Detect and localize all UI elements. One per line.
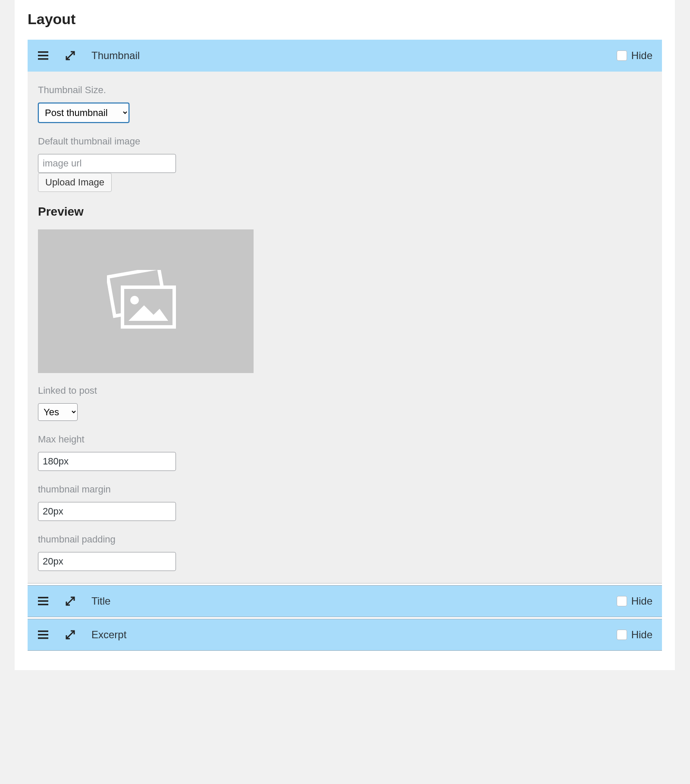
svg-point-6 xyxy=(130,296,139,304)
section-header-excerpt[interactable]: Excerpt Hide xyxy=(28,619,662,651)
hide-checkbox-excerpt[interactable] xyxy=(617,630,627,640)
svg-rect-0 xyxy=(38,51,48,53)
field-linked: Linked to post Yes xyxy=(38,385,652,421)
thumbnail-size-select[interactable]: Post thumbnail xyxy=(38,103,129,123)
field-thumbnail-size: Thumbnail Size. Post thumbnail xyxy=(38,85,652,123)
thumb-margin-label: thumbnail margin xyxy=(38,484,652,495)
max-height-label: Max height xyxy=(38,434,652,445)
section-title-thumbnail: Thumbnail xyxy=(91,50,617,62)
field-thumb-margin: thumbnail margin xyxy=(38,484,652,521)
thumb-padding-input[interactable] xyxy=(38,552,176,571)
svg-rect-5 xyxy=(122,287,174,327)
linked-select[interactable]: Yes xyxy=(38,403,78,421)
hide-label-title: Hide xyxy=(631,595,652,607)
svg-rect-9 xyxy=(38,600,48,602)
hide-checkbox-thumbnail[interactable] xyxy=(617,50,627,61)
svg-line-15 xyxy=(67,631,74,638)
thumbnail-size-label: Thumbnail Size. xyxy=(38,85,652,96)
section-title-excerpt: Excerpt xyxy=(91,629,617,641)
expand-icon[interactable] xyxy=(64,50,76,62)
svg-rect-14 xyxy=(38,637,48,639)
hide-label-thumbnail: Hide xyxy=(631,50,652,62)
field-default-image: Default thumbnail image Upload Image xyxy=(38,136,652,192)
svg-rect-13 xyxy=(38,634,48,636)
preview-image-placeholder xyxy=(38,229,254,373)
layout-panel: Layout Thumbnail Hide xyxy=(15,0,675,670)
thumb-margin-input[interactable] xyxy=(38,502,176,521)
layout-heading: Layout xyxy=(28,0,662,40)
field-thumb-padding: thumbnail padding xyxy=(38,534,652,571)
upload-image-button[interactable]: Upload Image xyxy=(38,173,112,192)
section-header-title[interactable]: Title Hide xyxy=(28,585,662,617)
svg-rect-8 xyxy=(38,597,48,599)
svg-line-11 xyxy=(67,598,74,605)
svg-rect-1 xyxy=(38,55,48,56)
svg-rect-12 xyxy=(38,630,48,632)
hide-checkbox-title[interactable] xyxy=(617,596,627,606)
default-image-input[interactable] xyxy=(38,154,176,173)
svg-line-3 xyxy=(67,52,74,59)
section-body-thumbnail: Thumbnail Size. Post thumbnail Default t… xyxy=(28,72,662,583)
drag-handle-icon[interactable] xyxy=(37,629,49,641)
page: Layout Thumbnail Hide xyxy=(0,0,690,670)
image-placeholder-icon xyxy=(107,270,185,332)
hide-toggle-excerpt[interactable]: Hide xyxy=(617,629,652,641)
max-height-input[interactable] xyxy=(38,452,176,471)
drag-handle-icon[interactable] xyxy=(37,50,49,62)
hide-toggle-title[interactable]: Hide xyxy=(617,595,652,607)
expand-icon[interactable] xyxy=(64,629,76,641)
svg-rect-10 xyxy=(38,604,48,605)
expand-icon[interactable] xyxy=(64,595,76,607)
hide-label-excerpt: Hide xyxy=(631,629,652,641)
field-max-height: Max height xyxy=(38,434,652,471)
default-image-label: Default thumbnail image xyxy=(38,136,652,147)
thumb-padding-label: thumbnail padding xyxy=(38,534,652,545)
section-title-title: Title xyxy=(91,595,617,607)
svg-rect-2 xyxy=(38,58,48,60)
section-header-thumbnail[interactable]: Thumbnail Hide xyxy=(28,40,662,72)
linked-label: Linked to post xyxy=(38,385,652,396)
hide-toggle-thumbnail[interactable]: Hide xyxy=(617,50,652,62)
drag-handle-icon[interactable] xyxy=(37,595,49,607)
preview-heading: Preview xyxy=(38,205,652,219)
